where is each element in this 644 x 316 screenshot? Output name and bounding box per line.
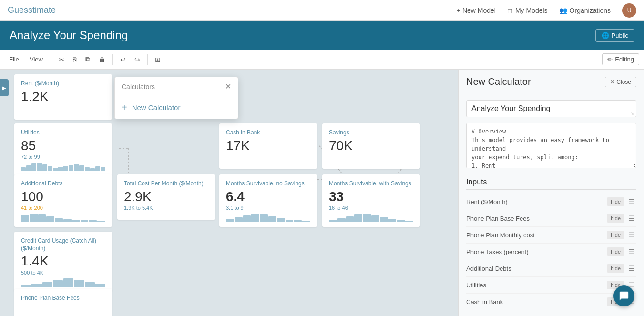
input-row: Phone Plan Monthly cost hide ☰ [466,227,636,244]
inputs-section-label: Inputs [466,178,636,190]
new-calculator-item[interactable]: + New Calculator [115,96,238,119]
plus-icon: + [122,102,127,113]
resize-handle: ↘ [631,112,635,116]
card-cash-in-bank[interactable]: Cash in Bank 17K [219,123,317,169]
my-models-icon: ◻ [507,7,513,14]
card-total-range: 1.9K to 5.4K [124,205,208,211]
card-debts-label: Additional Debts [21,180,105,188]
card-months-no-savings[interactable]: Months Survivable, no Savings 6.4 3.1 to… [219,174,317,227]
input-row-actions: hide ☰ [607,214,636,223]
card-debts-chart [21,213,105,222]
close-panel-button[interactable]: ✕ Close [605,77,636,87]
cut-button[interactable]: ✂ [55,53,68,66]
calc-dropdown-header: Calculators ✕ [115,77,238,96]
card-credit-label: Credit Card Usage (Catch All) ($/Month) [21,237,105,252]
brand-logo[interactable]: Guesstimate [8,5,457,15]
page-title: Analyze Your Spending [10,29,128,42]
card-utilities-label: Utilities [21,129,105,137]
panel-title: New Calculator [466,76,531,87]
input-row-label: Cash in Bank [466,298,607,306]
calc-dropdown-title: Calculators [122,83,155,91]
card-months-no-chart [226,213,310,222]
delete-button[interactable]: 🗑 [95,53,109,66]
calculator-name-input[interactable] [466,100,636,117]
input-row: Utilities hide ☰ [466,277,636,294]
view-menu-button[interactable]: View [25,53,47,65]
input-row-label: Phone Taxes (percent) [466,248,607,255]
toolbar-divider-3 [147,54,148,65]
card-savings-label: Savings [329,129,413,137]
hide-input-button[interactable]: hide [607,214,624,223]
organizations-link[interactable]: 👥 Organizations [559,7,611,14]
toolbar-divider-1 [51,54,51,65]
calculators-dropdown: Calculators ✕ + New Calculator [114,77,238,119]
card-savings-value: 70K [329,139,413,153]
card-rent-value: 1.2K [21,90,105,104]
card-total-value: 2.9K [124,190,208,204]
chat-icon [619,291,629,301]
card-rent-label: Rent ($/Month) [21,80,105,88]
top-nav: Guesstimate + New Model ◻ My Models 👥 Or… [0,0,644,21]
hide-input-button[interactable]: hide [607,264,624,273]
card-months-no-label: Months Survivable, no Savings [226,180,310,188]
input-menu-button[interactable]: ☰ [626,247,636,256]
undo-button[interactable]: ↩ [117,53,129,66]
new-model-link[interactable]: + New Model [457,7,496,14]
canvas-area[interactable]: Rent ($/Month) 1.2K Utilities 85 72 to 9… [0,70,458,316]
sidebar-toggle[interactable]: ▶ [0,79,9,96]
card-debts-range: 41 to 200 [21,205,105,211]
toolbar-divider-2 [112,54,113,65]
card-utilities[interactable]: Utilities 85 72 to 99 [14,123,112,176]
calculator-button[interactable]: ⊞ [152,53,164,66]
input-menu-button[interactable]: ☰ [626,197,636,206]
chat-bubble[interactable] [613,285,634,306]
card-phone-plan[interactable]: Phone Plan Base Fees [14,289,112,316]
panel-body: ↘ # Overview This model provides an easy… [459,94,644,316]
input-row-actions: hide ☰ [607,247,636,256]
input-row-actions: hide ☰ [607,230,636,240]
card-debts-value: 100 [21,190,105,204]
file-menu-button[interactable]: File [5,53,23,65]
card-total-cost[interactable]: Total Cost Per Month ($/Month) 2.9K 1.9K… [117,174,215,220]
user-avatar[interactable]: U [622,3,636,18]
my-models-link[interactable]: ◻ My Models [507,7,548,14]
card-savings[interactable]: Savings 70K [322,123,420,169]
input-row: Cash in Bank hide ☰ [466,294,636,310]
card-credit-card[interactable]: Credit Card Usage (Catch All) ($/Month) … [14,232,112,292]
card-months-with-label: Months Survivable, with Savings [329,180,413,188]
input-row: Rent ($/Month) hide ☰ [466,194,636,210]
hide-input-button[interactable]: hide [607,197,624,206]
card-rent[interactable]: Rent ($/Month) 1.2K [14,74,112,120]
organizations-icon: 👥 [559,7,567,14]
input-row-label: Additional Debts [466,265,607,272]
calc-dropdown-close-button[interactable]: ✕ [225,82,231,91]
input-row-actions: hide ☰ [607,197,636,206]
paste-button[interactable]: ⧉ [82,53,93,66]
right-panel: New Calculator ✕ Close ↘ # Overview This… [458,70,644,316]
input-row-label: Utilities [466,282,607,289]
header-bar: Analyze Your Spending 🌐 Public [0,21,644,50]
input-menu-button[interactable]: ☰ [626,264,636,273]
card-cash-value: 17K [226,139,310,153]
visibility-button[interactable]: 🌐 Public [595,29,634,42]
card-utilities-range: 72 to 99 [21,154,105,160]
card-months-with-savings[interactable]: Months Survivable, with Savings 33 16 to… [322,174,420,227]
nav-actions: + New Model ◻ My Models 👥 Organizations … [457,3,636,18]
copy-button[interactable]: ⎘ [70,53,80,66]
input-row-label: Phone Plan Base Fees [466,215,607,222]
description-textarea[interactable]: # Overview This model provides an easy f… [466,123,636,168]
input-menu-button[interactable]: ☰ [626,230,636,240]
input-row-label: Phone Plan Monthly cost [466,232,607,239]
card-utilities-chart [21,162,105,171]
redo-button[interactable]: ↪ [131,53,143,66]
globe-icon: 🌐 [602,32,609,39]
calculator-name-wrapper: ↘ [466,100,636,117]
card-additional-debts[interactable]: Additional Debts 100 41 to 200 [14,174,112,227]
input-menu-button[interactable]: ☰ [626,214,636,223]
card-months-no-value: 6.4 [226,190,310,204]
card-months-with-value: 33 [329,190,413,204]
editing-badge: ✏ Editing [602,53,639,65]
input-row-actions: hide ☰ [607,264,636,273]
hide-input-button[interactable]: hide [607,231,624,239]
hide-input-button[interactable]: hide [607,247,624,256]
